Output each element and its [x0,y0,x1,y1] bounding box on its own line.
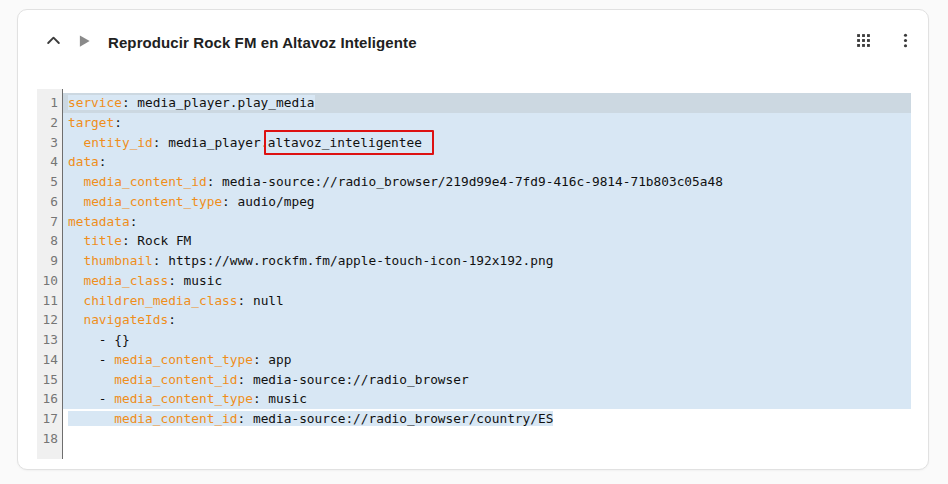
code-line[interactable]: children_media_class: null [63,291,911,311]
line-number: 16 [37,389,58,409]
code-line[interactable]: title: Rock FM [63,231,911,251]
yaml-text: : audio/mpeg [222,194,314,209]
grid-dots-icon [855,32,872,52]
yaml-key: media_content_type [83,194,222,209]
code-line[interactable]: - {} [63,330,911,350]
yaml-text: : [168,312,176,327]
yaml-text: : music [253,391,307,406]
line-number: 3 [37,133,58,153]
yaml-text: : https://www.rockfm.fm/apple-touch-icon… [153,253,554,268]
line-number: 4 [37,152,58,172]
script-card: Reproducir Rock FM en Altavoz Inteligent… [17,9,929,470]
yaml-key: media_content_type [114,352,253,367]
code-line[interactable]: media_content_id: media-source://radio_b… [63,172,911,192]
yaml-key: media_content_id [114,372,237,387]
yaml-text: : [99,154,107,169]
code-line-text: - {} [68,332,130,347]
card-title: Reproducir Rock FM en Altavoz Inteligent… [108,34,417,51]
yaml-key: data [68,154,99,169]
yaml-text: - [68,352,114,367]
code-line-text: - media_content_type: music [68,391,307,406]
yaml-text [68,293,83,308]
yaml-text: : null [238,293,284,308]
code-line[interactable]: service: media_player.play_media [63,93,911,113]
code-line-text: media_class: music [68,273,222,288]
code-line-text: media_content_id: media-source://radio_b… [68,372,469,387]
code-line[interactable]: media_content_type: audio/mpeg [63,192,911,212]
yaml-text: - [68,391,114,406]
yaml-text [68,312,83,327]
yaml-text [68,411,114,426]
yaml-key: thumbnail [83,253,152,268]
yaml-key: entity_id [83,135,152,150]
yaml-text: : media-source://radio_browser/country/E… [238,411,554,426]
yaml-key: media_content_type [114,391,253,406]
yaml-text [68,194,83,209]
chevron-up-icon [45,32,62,52]
code-line-text: children_media_class: null [68,293,284,308]
code-line[interactable]: navigateIds: [63,310,911,330]
code-line-text: media_content_id: media-source://radio_b… [68,411,553,426]
run-button[interactable] [75,33,93,51]
code-line[interactable] [63,429,911,449]
yaml-key: media_content_id [83,174,206,189]
play-icon [75,32,93,53]
yaml-text [68,372,114,387]
code-line[interactable]: metadata: [63,212,911,232]
code-line-text: entity_id: media_player.altavoz_intelige… [68,135,421,150]
code-line-text: data: [68,154,107,169]
line-number: 1 [37,93,58,113]
yaml-text [68,135,83,150]
line-number: 10 [37,271,58,291]
yaml-text: - {} [68,332,130,347]
yaml-key: title [83,233,122,248]
menu-button[interactable] [896,33,914,51]
code-line-text: media_content_type: audio/mpeg [68,194,315,209]
code-line[interactable]: media_class: music [63,271,911,291]
yaml-key: metadata [68,214,130,229]
yaml-text: : media_player. [153,135,269,150]
code-line[interactable]: - media_content_type: app [63,350,911,370]
code-line-text: - media_content_type: app [68,352,291,367]
code-line[interactable]: thumbnail: https://www.rockfm.fm/apple-t… [63,251,911,271]
line-number: 5 [37,172,58,192]
yaml-text: : app [253,352,292,367]
yaml-key: media_class [83,273,168,288]
yaml-text: : media-source://radio_browser/219d99e4-… [207,174,723,189]
code-line[interactable]: entity_id: media_player.altavoz_intelige… [63,133,911,153]
kebab-menu-icon [897,32,914,52]
yaml-key: target [68,115,114,130]
code-line[interactable]: - media_content_type: music [63,389,911,409]
line-number: 12 [37,310,58,330]
line-number: 13 [37,330,58,350]
yaml-key: media_content_id [114,411,237,426]
grid-button[interactable] [854,33,872,51]
code-line[interactable]: target: [63,113,911,133]
code-line-text: service: media_player.play_media [68,95,315,110]
yaml-key: service [68,95,122,110]
card-header: Reproducir Rock FM en Altavoz Inteligent… [18,10,928,68]
line-number: 14 [37,350,58,370]
error-highlight-box: altavoz_inteligentee [264,130,434,155]
line-number: 11 [37,291,58,311]
collapse-button[interactable] [44,33,62,51]
code-line-text: thumbnail: https://www.rockfm.fm/apple-t… [68,253,553,268]
code-line-text: title: Rock FM [68,233,191,248]
yaml-text [68,174,83,189]
line-number: 17 [37,409,58,429]
yaml-text: : music [168,273,222,288]
editor-code[interactable]: service: media_player.play_mediatarget: … [63,89,911,459]
yaml-text: : media-source://radio_browser [238,372,469,387]
code-line[interactable]: media_content_id: media-source://radio_b… [63,409,911,429]
line-number: 9 [37,251,58,271]
code-line[interactable]: data: [63,152,911,172]
code-line-text: target: [68,115,122,130]
code-line[interactable]: media_content_id: media-source://radio_b… [63,370,911,390]
yaml-editor[interactable]: 123456789101112131415161718 service: med… [37,89,911,459]
yaml-text [68,253,83,268]
yaml-text [68,233,83,248]
line-number: 6 [37,192,58,212]
editor-gutter: 123456789101112131415161718 [37,89,63,459]
line-number: 18 [37,429,58,449]
yaml-key: navigateIds [83,312,168,327]
